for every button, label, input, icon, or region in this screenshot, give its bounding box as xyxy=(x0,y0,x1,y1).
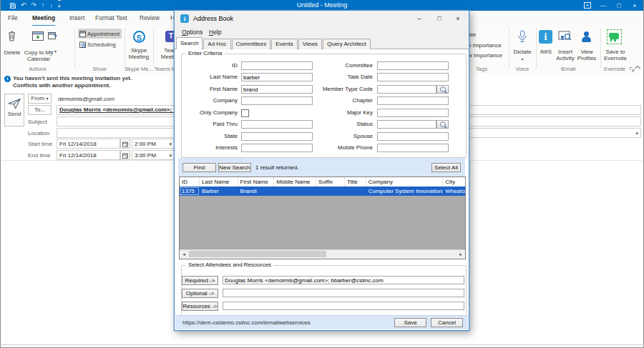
copy-to-calendar-button[interactable] xyxy=(31,30,44,41)
respond-dropdown[interactable]: →▾ xyxy=(48,47,57,54)
required-button[interactable]: Required -> xyxy=(182,276,218,285)
scroll-left-icon[interactable]: ◂ xyxy=(180,250,188,258)
find-button[interactable]: Find xyxy=(182,163,216,172)
send-button[interactable]: Send xyxy=(4,94,24,126)
only-company-checkbox[interactable] xyxy=(241,109,249,117)
grid-horizontal-scrollbar[interactable]: ◂ ▸ xyxy=(180,249,465,259)
high-importance-button-fragment[interactable]: h Importance xyxy=(468,42,502,49)
low-importance-button-fragment[interactable]: w Importance xyxy=(468,52,502,59)
end-time-dropdown-icon[interactable]: ▾ xyxy=(169,151,172,161)
resources-button[interactable]: Resources -> xyxy=(182,302,218,311)
optional-button[interactable]: Optional -> xyxy=(182,289,218,298)
close-icon[interactable]: × xyxy=(629,2,640,9)
tab-search[interactable]: Search xyxy=(176,37,203,49)
col-city[interactable]: City xyxy=(443,177,465,187)
status-lookup-button[interactable] xyxy=(436,120,449,129)
first-name-input[interactable] xyxy=(241,85,313,94)
location-dropdown-icon[interactable]: ▾ xyxy=(635,129,638,139)
start-date-field[interactable]: Fri 12/14/2018 xyxy=(57,139,120,149)
tab-review[interactable]: Review xyxy=(140,11,160,25)
paid-thru-label: Paid Thru xyxy=(180,120,238,129)
dialog-close-icon[interactable]: × xyxy=(449,11,467,26)
appointment-button[interactable]: Appointment xyxy=(78,29,122,39)
col-title[interactable]: Title xyxy=(345,177,366,187)
state-input[interactable] xyxy=(241,132,313,141)
member-type-code-input[interactable] xyxy=(377,85,436,94)
mobile-phone-input[interactable] xyxy=(377,144,449,152)
result-row-selected[interactable]: 1375 Barber Brandi Computer System Innov… xyxy=(180,187,465,196)
scroll-right-icon[interactable]: ▸ xyxy=(457,250,465,258)
tab-ad-hoc[interactable]: Ad Hoc xyxy=(203,39,230,49)
optional-field[interactable] xyxy=(223,289,464,297)
info-line-2: Conflicts with another appointment. xyxy=(13,82,110,89)
to-button[interactable]: To... xyxy=(28,105,52,115)
tab-query-architect[interactable]: Query Architect xyxy=(323,39,371,49)
end-date-field[interactable]: Fri 12/14/2018 xyxy=(57,150,120,160)
tab-file[interactable]: File xyxy=(8,11,18,25)
delete-button[interactable] xyxy=(6,30,17,41)
scheduling-button[interactable]: Scheduling xyxy=(78,39,122,49)
spouse-input[interactable] xyxy=(377,132,449,141)
save-to-evernote-button[interactable] xyxy=(607,29,622,44)
interests-input[interactable] xyxy=(241,144,313,152)
dialog-title-bar: Address Book – □ × xyxy=(175,11,469,26)
required-field[interactable]: Douglas Morris <demoimis@gmail.com>; bba… xyxy=(223,276,464,284)
tab-events[interactable]: Events xyxy=(271,39,297,49)
start-date-picker-icon[interactable] xyxy=(120,139,130,149)
insert-activity-button[interactable] xyxy=(558,31,572,43)
save-button[interactable]: Save xyxy=(394,318,426,327)
col-suffix[interactable]: Suffix xyxy=(316,177,345,187)
start-time-field[interactable]: 2:00 PM ▾ xyxy=(132,139,175,149)
col-middle-name[interactable]: Middle Name xyxy=(274,177,316,187)
attendees-legend: Select Attendees and Resources xyxy=(186,262,273,268)
view-profiles-button[interactable] xyxy=(580,31,592,42)
col-company[interactable]: Company xyxy=(366,177,443,187)
paid-thru-input[interactable] xyxy=(241,120,313,129)
end-date-picker-icon[interactable] xyxy=(120,150,130,160)
tab-committees[interactable]: Committees xyxy=(232,39,271,49)
chapter-input[interactable] xyxy=(377,96,449,105)
collapse-ribbon-icon[interactable] xyxy=(635,65,640,71)
select-all-button[interactable]: Select All xyxy=(431,163,461,172)
col-first-name[interactable]: First Name xyxy=(238,177,275,187)
resources-field[interactable] xyxy=(223,302,464,310)
last-name-input[interactable] xyxy=(241,73,313,81)
dictate-chevron-icon[interactable]: ▾ xyxy=(508,56,537,63)
company-input[interactable] xyxy=(241,96,313,105)
dialog-minimize-icon[interactable]: – xyxy=(410,11,429,26)
address-book-dialog: Address Book – □ × Options Help Search A… xyxy=(174,10,469,331)
menu-options[interactable]: Options xyxy=(179,27,205,37)
col-id[interactable]: ID xyxy=(180,177,200,187)
imis-button[interactable] xyxy=(539,30,552,44)
col-last-name[interactable]: Last Name xyxy=(200,177,238,187)
voice-group-label: Voice xyxy=(509,66,536,72)
minimize-icon[interactable]: — xyxy=(597,2,609,9)
dictate-button[interactable] xyxy=(517,30,527,43)
start-time-dropdown-icon[interactable]: ▾ xyxy=(169,139,172,149)
id-input[interactable] xyxy=(241,61,313,70)
scrollbar-thumb[interactable] xyxy=(189,251,326,257)
evernote-dialog-launcher-icon[interactable] xyxy=(630,67,634,71)
from-button[interactable]: From ▾ xyxy=(28,94,52,104)
new-search-button[interactable]: New Search xyxy=(218,163,251,172)
status-input[interactable] xyxy=(377,120,436,129)
menu-help[interactable]: Help xyxy=(206,27,224,37)
member-type-code-lookup-button[interactable] xyxy=(436,85,449,94)
cancel-button[interactable]: Cancel xyxy=(431,318,463,327)
tab-insert[interactable]: Insert xyxy=(69,11,84,25)
forward-meeting-icon[interactable] xyxy=(48,31,57,39)
tab-views[interactable]: Views xyxy=(298,39,322,49)
person-icon xyxy=(580,31,592,42)
committee-input[interactable] xyxy=(377,61,449,70)
major-key-input[interactable] xyxy=(377,109,449,117)
skype-meeting-button[interactable] xyxy=(133,31,145,43)
tab-format-text[interactable]: Format Text xyxy=(95,11,127,25)
view-profiles-label: View Profiles xyxy=(575,49,599,61)
tab-meeting[interactable]: Meeting xyxy=(32,11,55,26)
dialog-maximize-icon[interactable]: □ xyxy=(430,11,449,26)
task-date-input[interactable] xyxy=(377,73,449,81)
maximize-icon[interactable]: □ xyxy=(613,2,625,9)
chevron-down-icon: ▾ xyxy=(46,96,48,101)
ribbon-display-options-icon[interactable] xyxy=(582,2,593,9)
end-time-field[interactable]: 3:00 PM ▾ xyxy=(132,150,175,160)
